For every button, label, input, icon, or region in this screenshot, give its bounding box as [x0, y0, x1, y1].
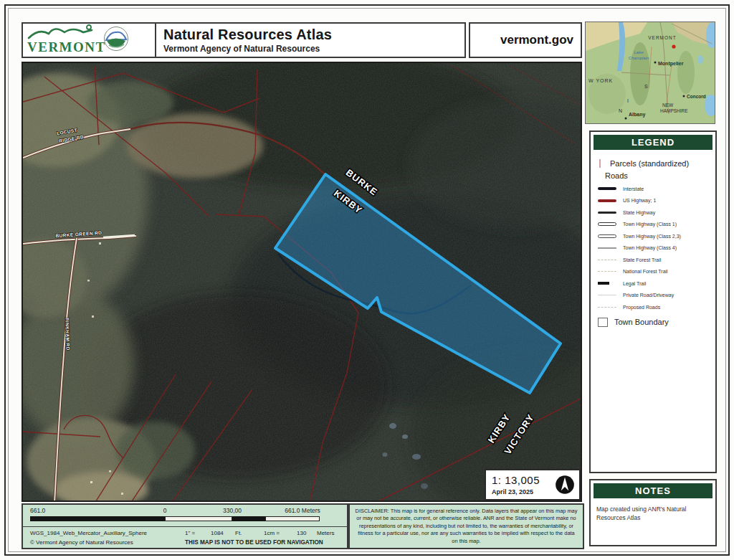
legend-item-label: State Forest Trail	[623, 257, 661, 262]
header: VERMONT Natural Resources Atlas Vermont …	[22, 22, 466, 58]
scalebar-divider	[23, 526, 347, 527]
scalebar-section: 661.0 0 330,00 661.0 Meters WGS_1984_Web…	[22, 503, 348, 549]
legend-item: State Highway	[598, 207, 711, 219]
scalebar-zero: 0	[163, 507, 167, 514]
legend-item-label: Town Highway (Class 4)	[623, 245, 677, 250]
anr-seal-icon	[103, 26, 129, 52]
legend-item: National Forest Trail	[598, 266, 711, 278]
scalebar-segment	[232, 516, 265, 521]
vermont-logo-text: VERMONT	[27, 39, 106, 55]
legend-item-label: Proposed Roads	[623, 305, 660, 310]
town-23-symbol	[598, 234, 616, 238]
state-highway-symbol	[598, 212, 616, 214]
inset-lake-label-1: Lake	[634, 50, 644, 54]
interstate-symbol	[598, 187, 616, 190]
inset-mtn-letter-i: I	[627, 98, 629, 103]
scalebar-left-value: 661.0	[30, 507, 45, 514]
state-forest-symbol	[598, 260, 616, 260]
inset-lake-label-2: Champlain	[629, 56, 649, 60]
legend-item-label: US Highway; 1	[623, 198, 656, 203]
inset-nh-label-1: NEW	[662, 103, 674, 108]
scalebar-segment	[30, 516, 165, 521]
vermont-gov-label: vermont.gov	[500, 33, 581, 47]
us-highway-symbol	[598, 199, 616, 202]
legend-item: Private Road/Driveway	[598, 290, 711, 302]
legend-item: Town Highway (Class 2,3)	[598, 230, 711, 242]
inset-mtn-letter-n: N	[619, 108, 622, 113]
conversion-cm-value: 130	[297, 530, 306, 536]
legend-item: State Forest Trail	[598, 254, 711, 266]
conversion-inch-label: 1" =	[185, 530, 195, 536]
map-export-page: VERMONT Natural Resources Atlas Vermont …	[0, 0, 734, 560]
legend-header: LEGEND	[594, 135, 712, 150]
inset-mtn-letter-s: S	[644, 84, 648, 89]
inset-montpelier-label: Montpelier	[658, 61, 684, 67]
vermont-gov-box: vermont.gov	[469, 22, 582, 58]
notes-header: NOTES	[594, 483, 712, 498]
legend-item: US Highway; 1	[598, 195, 711, 207]
inset-nh-label-2: HAMPSHIRE	[660, 108, 688, 113]
page-title: Natural Resources Atlas	[163, 27, 332, 42]
inset-concord-label: Concord	[687, 94, 706, 99]
disclaimer-section: DISCLAIMER: This map is for general refe…	[348, 503, 584, 549]
legend-parcels-label: Parcels (standardized)	[610, 159, 689, 168]
inset-new-york-label: W YORK	[588, 78, 613, 83]
private-symbol	[598, 295, 616, 295]
vermont-logo: VERMONT	[23, 24, 133, 57]
town-boundary-symbol	[598, 318, 608, 327]
legend-item: Legal Trail	[598, 277, 711, 290]
inset-albany-label: Albany	[629, 112, 645, 118]
legend-item: Interstate	[598, 183, 711, 195]
legend-item: Town Highway (Class 4)	[598, 242, 711, 255]
legend-item-label: National Forest Trail	[623, 269, 668, 274]
disclaimer-text: DISCLAIMER: This map is for general refe…	[350, 506, 583, 546]
map-extent-dot	[672, 44, 675, 48]
locator-map-graphic: VERMONT Lake Champlain Montpelier W YORK…	[586, 22, 715, 123]
legend-road-list: InterstateUS Highway; 1State HighwayTown…	[598, 183, 711, 313]
projection-label: WGS_1984_Web_Mercator_Auxiliary_Sphere	[30, 530, 147, 536]
parcels-symbol	[599, 159, 601, 168]
legend-item-label: Legal Trail	[623, 281, 646, 286]
notes-body: Map created using ANR's Natural Resource…	[591, 501, 715, 527]
north-arrow-icon	[555, 475, 575, 495]
scalebar-right-value: 661.0 Meters	[285, 507, 320, 514]
legend-item: Proposed Roads	[598, 301, 711, 313]
legend-item: Town Highway (Class 1)	[598, 219, 711, 231]
proposed-symbol	[598, 307, 616, 308]
legend-roads-heading: Roads	[598, 171, 711, 180]
conversion-inch-value: 1084	[211, 530, 224, 536]
town-4-symbol	[598, 247, 616, 249]
town-1-symbol	[598, 222, 616, 226]
notes-panel: NOTES Map created using ANR's Natural Re…	[589, 479, 717, 546]
legal-symbol	[598, 282, 609, 285]
conversion-inch-unit: Ft.	[235, 530, 242, 536]
legend-item-label: Town Highway (Class 2,3)	[623, 234, 681, 239]
map-scale-box: 1: 13,005 April 23, 2025	[485, 469, 581, 500]
page-subtitle: Vermont Agency of Natural Resources	[163, 44, 332, 54]
legend-item-label: Private Road/Driveway	[623, 293, 674, 298]
legend-town-boundary-label: Town Boundary	[614, 318, 669, 326]
inset-vermont-label: VERMONT	[648, 35, 677, 40]
conversion-cm-unit: Meters	[317, 530, 334, 536]
main-map: BURKE KIRBY KIRBY VICTORY LOCUST RIDGE R…	[22, 62, 582, 502]
legend-panel: LEGEND Parcels (standardized) Roads Inte…	[589, 130, 717, 473]
map-date: April 23, 2025	[492, 488, 555, 495]
legend-item-label: State Highway	[623, 210, 655, 215]
scalebar-segment	[265, 516, 320, 521]
legend-town-boundary-row: Town Boundary	[598, 318, 711, 327]
legend-item-label: Interstate	[623, 186, 644, 191]
locator-inset-map: VERMONT Lake Champlain Montpelier W YORK…	[585, 22, 715, 124]
national-forest-symbol	[598, 271, 616, 272]
map-scale-ratio: 1: 13,005	[492, 474, 555, 486]
conversion-cm-label: 1cm =	[264, 530, 280, 536]
scalebar-segment	[165, 516, 232, 521]
legend-parcels-row: Parcels (standardized)	[598, 159, 711, 168]
legend-item-label: Town Highway (Class 1)	[623, 222, 677, 227]
scalebar-mid-value: 330,00	[223, 507, 242, 514]
copyright-label: © Vermont Agency of Natural Resources	[30, 539, 133, 546]
aerial-map-graphic: BURKE KIRBY KIRBY VICTORY LOCUST RIDGE R…	[23, 63, 582, 502]
navigation-warning: THIS MAP IS NOT TO BE USED FOR NAVIGATIO…	[185, 539, 323, 546]
